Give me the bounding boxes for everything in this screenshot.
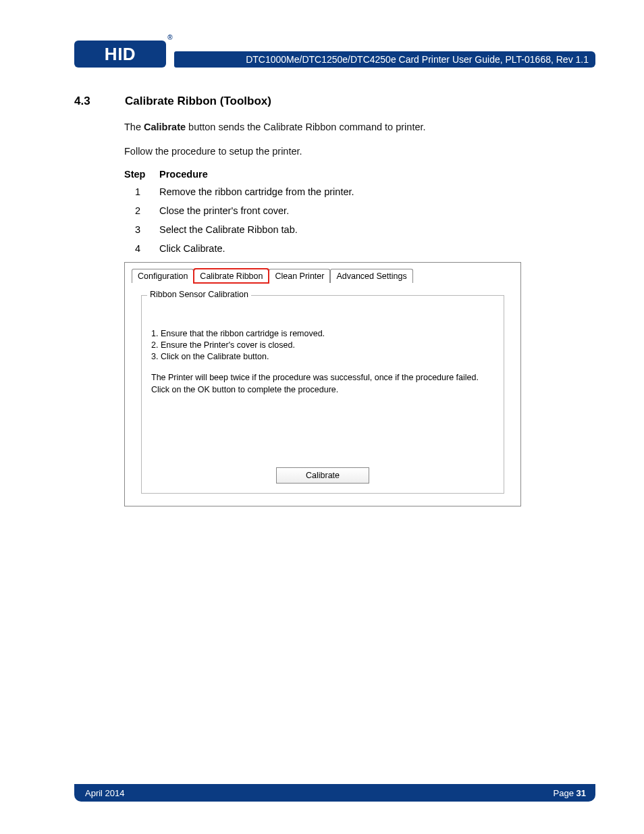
logo: HID ®: [74, 41, 166, 68]
section-number: 4.3: [74, 95, 105, 108]
calibrate-button[interactable]: Calibrate: [276, 467, 369, 484]
procedure-header-row: Step Procedure: [124, 169, 595, 180]
tabs-row: Configuration Calibrate Ribbon Clean Pri…: [125, 263, 520, 283]
col-procedure: Procedure: [159, 169, 208, 180]
document-title-bar: DTC1000Me/DTC1250e/DTC4250e Card Printer…: [174, 51, 595, 68]
tab-advanced-settings[interactable]: Advanced Settings: [330, 269, 412, 283]
step-text: Click Calibrate.: [159, 243, 595, 254]
footer-date: April 2014: [85, 788, 125, 798]
ribbon-sensor-calibration-group: Ribbon Sensor Calibration 1. Ensure that…: [141, 295, 504, 494]
tab-clean-printer[interactable]: Clean Printer: [269, 269, 330, 283]
intro-text: The Calibrate button sends the Calibrate…: [124, 120, 595, 159]
instruction-3: 3. Click on the Calibrate button.: [151, 351, 494, 362]
table-row: 4 Click Calibrate.: [124, 243, 595, 254]
tab-calibrate-ribbon[interactable]: Calibrate Ribbon: [194, 269, 269, 283]
procedure-table: Step Procedure 1 Remove the ribbon cartr…: [124, 169, 595, 254]
result-note-2: Click on the OK button to complete the p…: [151, 384, 494, 395]
tab-configuration[interactable]: Configuration: [132, 269, 194, 283]
fieldset-content: 1. Ensure that the ribbon cartridge is r…: [142, 296, 504, 402]
page-footer: April 2014 Page 31: [74, 784, 595, 802]
page-header: HID ® DTC1000Me/DTC1250e/DTC4250e Card P…: [74, 41, 595, 68]
step-text: Close the printer's front cover.: [159, 205, 595, 216]
instruction-2: 2. Ensure the Printer's cover is closed.: [151, 340, 494, 350]
step-number: 1: [124, 186, 159, 197]
section-title: Calibrate Ribbon (Toolbox): [125, 95, 271, 108]
section-body: 4.3 Calibrate Ribbon (Toolbox) The Calib…: [74, 95, 595, 506]
step-text: Remove the ribbon cartridge from the pri…: [159, 186, 595, 197]
intro-line-2: Follow the procedure to setup the printe…: [124, 145, 595, 159]
section-heading: 4.3 Calibrate Ribbon (Toolbox): [74, 95, 595, 108]
registered-mark: ®: [167, 34, 173, 41]
logo-text: HID: [105, 44, 136, 65]
instruction-1: 1. Ensure that the ribbon cartridge is r…: [151, 328, 494, 339]
col-step: Step: [124, 169, 159, 180]
result-note-1: The Printer will beep twice if the proce…: [151, 372, 494, 383]
table-row: 2 Close the printer's front cover.: [124, 205, 595, 216]
step-number: 4: [124, 243, 159, 254]
intro-line-1: The Calibrate button sends the Calibrate…: [124, 120, 595, 135]
footer-page: Page 31: [554, 788, 586, 798]
step-text: Select the Calibrate Ribbon tab.: [159, 224, 595, 235]
table-row: 1 Remove the ribbon cartridge from the p…: [124, 186, 595, 197]
document-title: DTC1000Me/DTC1250e/DTC4250e Card Printer…: [246, 54, 589, 65]
dialog-screenshot: Configuration Calibrate Ribbon Clean Pri…: [124, 262, 521, 506]
table-row: 3 Select the Calibrate Ribbon tab.: [124, 224, 595, 235]
step-number: 3: [124, 224, 159, 235]
fieldset-legend: Ribbon Sensor Calibration: [147, 290, 251, 299]
step-number: 2: [124, 205, 159, 216]
